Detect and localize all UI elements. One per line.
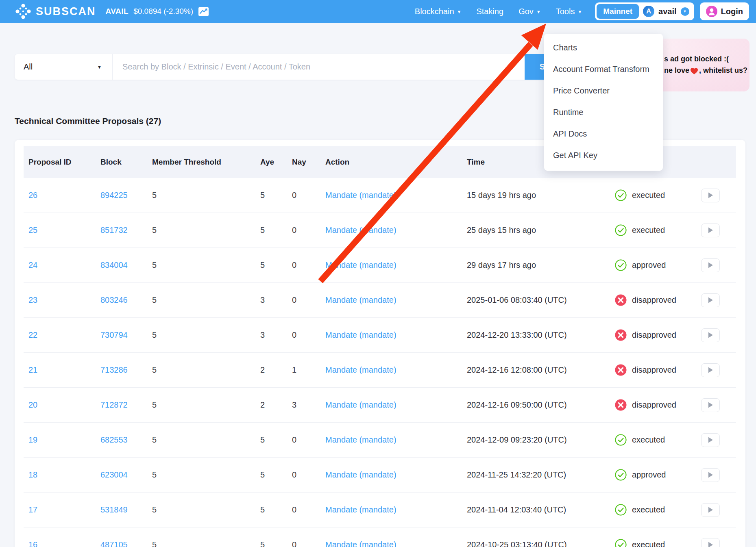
row-expand-button[interactable]: [701, 468, 720, 482]
subscan-logo[interactable]: SUBSCAN: [15, 3, 96, 20]
proposal-id-link[interactable]: 23: [28, 295, 37, 304]
block-link[interactable]: 730794: [100, 330, 128, 339]
status-label: executed: [632, 540, 665, 547]
action-link[interactable]: Mandate (mandate): [325, 295, 397, 304]
action-link[interactable]: Mandate (mandate): [325, 400, 397, 409]
row-expand-button[interactable]: [701, 503, 720, 517]
proposal-id-link[interactable]: 17: [28, 505, 37, 514]
proposal-id-link[interactable]: 24: [28, 260, 37, 269]
action-link[interactable]: Mandate (mandate): [325, 470, 397, 479]
nav-item-tools[interactable]: Tools▼: [556, 7, 582, 16]
action-link[interactable]: Mandate (mandate): [325, 330, 397, 339]
column-header-block: Block: [96, 158, 147, 167]
aye-cell: 5: [255, 226, 287, 235]
aye-cell: 5: [255, 260, 287, 270]
block-link[interactable]: 487105: [100, 540, 128, 547]
proposal-id-link[interactable]: 26: [28, 191, 37, 200]
login-button[interactable]: Login: [700, 2, 749, 20]
column-header-aye: Aye: [255, 158, 287, 167]
chain-name[interactable]: avail: [658, 7, 676, 16]
nav-item-gov[interactable]: Gov▼: [519, 7, 541, 16]
aye-cell: 2: [255, 365, 287, 375]
nav-item-blockchain[interactable]: Blockchain▼: [415, 7, 462, 16]
proposal-id-cell: 23: [24, 295, 96, 305]
proposal-id-link[interactable]: 19: [28, 435, 37, 444]
nay-cell: 0: [287, 330, 320, 340]
block-link[interactable]: 531849: [100, 505, 128, 514]
block-link[interactable]: 894225: [100, 191, 128, 200]
aye-cell: 5: [255, 470, 287, 480]
action-cell: Mandate (mandate): [320, 191, 462, 200]
nav-item-staking[interactable]: Staking: [476, 7, 503, 16]
action-link[interactable]: Mandate (mandate): [325, 191, 397, 200]
menu-item-account-format-transform[interactable]: Account Format Transform: [544, 59, 663, 80]
user-icon: [706, 6, 717, 17]
proposal-id-link[interactable]: 22: [28, 330, 37, 339]
status-label: approved: [632, 470, 666, 480]
block-cell: 712872: [96, 400, 147, 410]
search-input[interactable]: [113, 54, 525, 80]
row-expand-button[interactable]: [701, 433, 720, 447]
proposal-id-link[interactable]: 20: [28, 400, 37, 409]
play-arrow-icon: [708, 262, 713, 268]
action-link[interactable]: Mandate (mandate): [325, 540, 397, 547]
block-cell: 531849: [96, 505, 147, 514]
token-symbol: AVAIL: [106, 7, 129, 16]
row-expand-button[interactable]: [701, 258, 720, 272]
mainnet-button[interactable]: Mainnet: [597, 4, 639, 19]
action-link[interactable]: Mandate (mandate): [325, 435, 397, 444]
login-label: Login: [721, 7, 743, 16]
block-link[interactable]: 712872: [100, 400, 128, 409]
block-link[interactable]: 713286: [100, 365, 128, 374]
row-expand-button[interactable]: [701, 538, 720, 547]
block-cell: 851732: [96, 226, 147, 235]
proposal-id-link[interactable]: 16: [28, 540, 37, 547]
action-link[interactable]: Mandate (mandate): [325, 260, 397, 269]
aye-cell: 3: [255, 295, 287, 305]
aye-cell: 2: [255, 400, 287, 410]
block-cell: 623004: [96, 470, 147, 480]
menu-item-get-api-key[interactable]: Get API Key: [544, 145, 663, 166]
block-link[interactable]: 623004: [100, 470, 128, 479]
status-cell: executed: [610, 434, 695, 446]
action-cell: Mandate (mandate): [320, 470, 462, 480]
detail-button-cell: [695, 258, 736, 272]
action-link[interactable]: Mandate (mandate): [325, 505, 397, 514]
row-expand-button[interactable]: [701, 398, 720, 412]
action-link[interactable]: Mandate (mandate): [325, 226, 397, 234]
proposal-id-link[interactable]: 25: [28, 226, 37, 234]
chevron-down-icon: ▼: [457, 9, 462, 14]
row-expand-button[interactable]: [701, 224, 720, 237]
action-cell: Mandate (mandate): [320, 435, 462, 445]
menu-item-runtime[interactable]: Runtime: [544, 102, 663, 123]
proposal-id-cell: 19: [24, 435, 96, 445]
success-check-icon: [615, 434, 627, 446]
page-title: Technical Committee Proposals (27): [15, 116, 161, 126]
row-expand-button[interactable]: [701, 363, 720, 377]
chain-chevron-down-icon[interactable]: ▼: [681, 7, 689, 16]
block-link[interactable]: 803246: [100, 295, 128, 304]
column-header-member-threshold: Member Threshold: [147, 158, 255, 167]
menu-item-price-converter[interactable]: Price Converter: [544, 80, 663, 102]
menu-item-api-docs[interactable]: API Docs: [544, 123, 663, 145]
proposal-id-link[interactable]: 18: [28, 470, 37, 479]
price-chart-icon[interactable]: [198, 7, 209, 17]
status-fail-badge: [615, 364, 627, 376]
proposal-id-cell: 26: [24, 191, 96, 200]
search-filter-select[interactable]: All ▼: [15, 54, 113, 80]
row-expand-button[interactable]: [701, 293, 720, 307]
block-link[interactable]: 834004: [100, 260, 128, 269]
proposal-id-link[interactable]: 21: [28, 365, 37, 374]
row-expand-button[interactable]: [701, 189, 720, 202]
block-link[interactable]: 851732: [100, 226, 128, 234]
status-label: disapproved: [632, 295, 676, 305]
status-label: approved: [632, 260, 666, 270]
nay-cell: 0: [287, 295, 320, 305]
row-expand-button[interactable]: [701, 328, 720, 342]
table-row: 21713286521Mandate (mandate)2024-12-16 1…: [24, 353, 736, 388]
success-check-icon: [615, 504, 627, 516]
status-label: disapproved: [632, 400, 676, 410]
block-link[interactable]: 682553: [100, 435, 128, 444]
menu-item-charts[interactable]: Charts: [544, 37, 663, 59]
action-link[interactable]: Mandate (mandate): [325, 365, 397, 374]
